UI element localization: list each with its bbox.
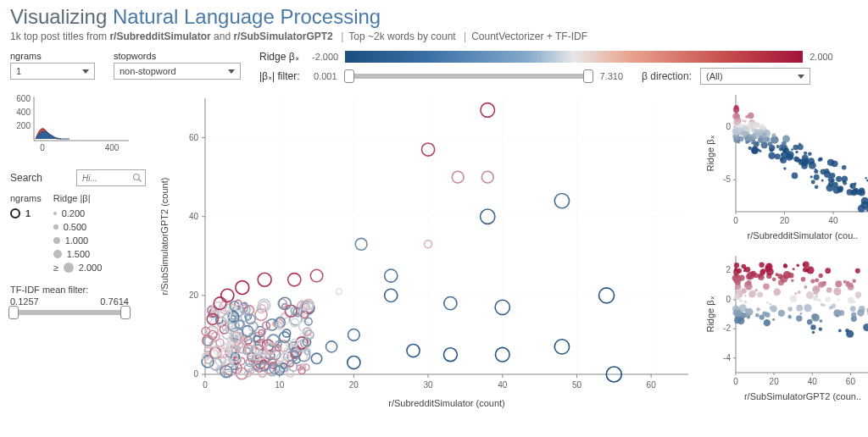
- beta-dir-dropdown[interactable]: (All): [700, 68, 810, 85]
- abs-beta-label: |βₓ| filter:: [259, 70, 305, 82]
- svg-point-284: [236, 281, 249, 295]
- svg-point-691: [791, 279, 793, 281]
- svg-point-549: [863, 324, 868, 331]
- svg-point-282: [288, 274, 301, 286]
- svg-text:20: 20: [770, 377, 780, 386]
- svg-point-398: [831, 180, 833, 183]
- svg-point-379: [748, 113, 754, 119]
- abs-beta-slider[interactable]: [346, 74, 592, 79]
- subtitle-and: and: [211, 30, 234, 42]
- svg-point-632: [776, 273, 779, 276]
- svg-point-448: [748, 122, 755, 130]
- svg-point-470: [748, 147, 751, 150]
- svg-point-596: [788, 314, 790, 316]
- svg-point-541: [757, 292, 763, 298]
- svg-point-537: [800, 313, 803, 315]
- search-icon: [132, 173, 142, 183]
- stopwords-dropdown[interactable]: non-stopword: [114, 63, 241, 80]
- svg-point-673: [825, 268, 831, 274]
- svg-point-562: [739, 299, 743, 302]
- svg-text:0: 0: [733, 377, 738, 386]
- svg-point-413: [827, 159, 834, 166]
- svg-point-660: [848, 282, 853, 287]
- mini-ytick: 600: [16, 94, 31, 103]
- svg-text:0: 0: [733, 216, 738, 225]
- svg-point-656: [804, 285, 807, 289]
- search-label: Search: [10, 172, 42, 184]
- svg-point-606: [748, 290, 756, 298]
- slider-thumb-right[interactable]: [120, 306, 131, 319]
- svg-point-530: [826, 287, 832, 292]
- svg-point-476: [815, 169, 817, 171]
- svg-text:10: 10: [275, 380, 285, 390]
- legend-ngrams-hdr: ngrams: [10, 193, 42, 203]
- svg-point-265: [554, 193, 569, 207]
- svg-point-618: [760, 269, 765, 275]
- ngrams-label: ngrams: [10, 51, 95, 61]
- svg-point-580: [778, 310, 785, 317]
- svg-point-365: [775, 153, 781, 159]
- svg-text:50: 50: [572, 380, 582, 390]
- svg-point-555: [796, 315, 802, 321]
- slider-thumb-right[interactable]: [583, 69, 593, 83]
- svg-point-266: [481, 209, 495, 224]
- legend-size-val: 0.500: [64, 222, 87, 232]
- legend-size-item: 0.200: [53, 208, 103, 218]
- svg-point-273: [599, 288, 615, 303]
- ridge-beta-block: Ridge βₓ -2.000 2.000 |βₓ| filter: 0.001…: [259, 51, 833, 85]
- svg-point-639: [807, 267, 815, 274]
- svg-point-358: [815, 185, 819, 189]
- svg-point-594: [798, 290, 801, 294]
- svg-point-659: [820, 319, 823, 323]
- slider-thumb-left[interactable]: [344, 69, 354, 83]
- svg-point-278: [407, 344, 420, 357]
- svg-point-269: [385, 269, 398, 282]
- svg-point-414: [792, 173, 798, 180]
- svg-point-283: [258, 273, 271, 286]
- svg-point-427: [738, 136, 743, 141]
- svg-point-460: [760, 150, 762, 152]
- svg-text:0: 0: [203, 380, 208, 390]
- svg-point-652: [766, 268, 774, 275]
- svg-point-630: [838, 329, 842, 333]
- svg-point-693: [807, 319, 813, 325]
- svg-point-289: [216, 339, 224, 346]
- svg-text:0: 0: [193, 369, 198, 379]
- legend-ngrams-val: 1: [25, 208, 31, 218]
- svg-point-457: [761, 141, 768, 148]
- svg-point-677: [772, 318, 775, 321]
- svg-point-465: [793, 157, 798, 162]
- svg-point-370: [856, 190, 861, 195]
- svg-point-682: [848, 297, 853, 302]
- svg-point-612: [734, 287, 737, 290]
- svg-text:Ridge βₓ: Ridge βₓ: [705, 135, 715, 171]
- svg-point-615: [837, 298, 839, 301]
- beta-dir-value: (All): [706, 71, 723, 81]
- svg-point-614: [806, 291, 814, 299]
- slider-thumb-left[interactable]: [8, 306, 19, 319]
- svg-point-547: [810, 279, 815, 284]
- svg-point-605: [836, 314, 839, 318]
- mini-xtick: 400: [105, 143, 120, 152]
- ngrams-dropdown[interactable]: 1: [10, 63, 95, 80]
- legend-size-val: 1.500: [67, 249, 91, 259]
- svg-point-657: [815, 295, 818, 297]
- svg-point-411: [754, 141, 759, 146]
- svg-point-685: [734, 293, 741, 300]
- right-scatter-2: 020406020-2-4r/SubSimulatorGPT2 (coun..R…: [705, 251, 868, 403]
- svg-point-645: [824, 281, 826, 284]
- svg-text:-5: -5: [723, 174, 731, 184]
- svg-point-617: [818, 299, 821, 302]
- svg-text:60: 60: [647, 380, 657, 390]
- tfidf-slider[interactable]: [10, 310, 129, 315]
- svg-point-268: [355, 238, 367, 250]
- subtitle: 1k top post titles from r/SubredditSimul…: [10, 30, 858, 42]
- legend-ridge-hdr: Ridge |β|: [53, 193, 103, 203]
- svg-point-468: [745, 115, 748, 119]
- svg-point-625: [734, 263, 739, 268]
- svg-point-485: [830, 173, 836, 179]
- subtitle-words: Top ~2k words by count: [348, 30, 455, 42]
- svg-point-437: [814, 174, 820, 180]
- svg-point-666: [829, 306, 833, 310]
- svg-point-692: [803, 261, 810, 268]
